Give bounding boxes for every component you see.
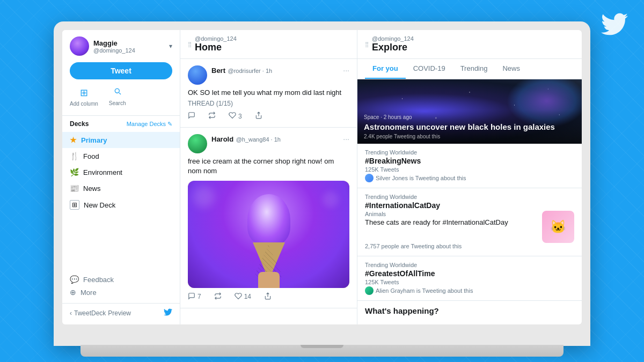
- divider: [62, 115, 180, 116]
- avatar: [70, 36, 89, 56]
- deck-item-environment[interactable]: 🌿 Environment: [62, 164, 180, 180]
- user-name: Maggie: [93, 39, 135, 47]
- user-profile[interactable]: Maggie @domingo_124: [70, 36, 135, 56]
- tweet-header-harold: Harold @h_wang84 · 1h ···: [188, 134, 349, 153]
- decks-title: Decks: [70, 120, 89, 128]
- edit-icon: ✎: [167, 121, 172, 128]
- add-column-button[interactable]: ⊞ Add column: [70, 87, 98, 107]
- home-column-account: @domingo_124: [195, 35, 237, 42]
- tweet-text-harold: free ice cream at the corner shop right …: [188, 157, 349, 176]
- trending-label-1: Trending Worldwide: [365, 149, 574, 156]
- trending-item-goat[interactable]: Trending Worldwide #GreatestOfAllTime 12…: [357, 256, 582, 301]
- home-column-title: Home: [195, 42, 237, 53]
- more-icon: ⊕: [70, 288, 76, 297]
- trending-card-cat: Animals These cats are ready for #Intern…: [365, 211, 574, 243]
- explore-tabs: For you COVID-19 Trending News: [357, 59, 582, 79]
- trending-count-2: 2,757 people are Tweeting about this: [365, 243, 574, 249]
- tweet-text-bert: OK SO let me tell you what my mom did la…: [188, 88, 349, 98]
- twitter-bird-watermark: [601, 11, 628, 43]
- tweet-more-icon-2[interactable]: ···: [343, 135, 349, 143]
- ice-cream-image: [188, 181, 349, 288]
- tweet-avatar-harold: [188, 134, 207, 153]
- feedback-button[interactable]: 💬 Feedback: [70, 275, 172, 284]
- whats-happening: What's happening?: [357, 301, 582, 321]
- retweet-icon-2: [214, 292, 222, 301]
- user-handle: @domingo_124: [93, 47, 135, 54]
- laptop-screen: Maggie @domingo_124 ▾ Tweet ⊞ Add column: [62, 30, 582, 324]
- trending-person-3: Alien Grayham is Tweeting about this: [365, 286, 574, 295]
- search-button[interactable]: Search: [109, 87, 126, 107]
- person-avatar-tiny-3: [365, 286, 374, 295]
- share-button[interactable]: [255, 112, 262, 121]
- sidebar-footer: 💬 Feedback ⊕ More: [62, 269, 180, 303]
- reply-button-2[interactable]: 7: [188, 292, 201, 301]
- decks-header: Decks Manage Decks ✎: [62, 120, 180, 132]
- person-avatar-tiny-1: [365, 174, 374, 182]
- reply-icon: [188, 112, 195, 121]
- trending-hashtag-1: #BreakingNews: [365, 157, 574, 165]
- home-column: ⣿ @domingo_124 Home: [180, 30, 357, 324]
- tweet-button[interactable]: Tweet: [70, 62, 172, 79]
- column-drag-handle: ⣿: [188, 41, 192, 47]
- tab-for-you[interactable]: For you: [365, 59, 406, 79]
- tweet-name-bert: Bert: [211, 67, 225, 75]
- tweet-thread-label: THREAD (1/15): [188, 100, 349, 107]
- tweet-handle-harold: @h_wang84 · 1h: [236, 136, 281, 143]
- trending-label-3: Trending Worldwide: [365, 262, 574, 268]
- trending-item-cat-day[interactable]: Trending Worldwide #InternationalCatDay …: [357, 188, 582, 256]
- chevron-down-icon: ▾: [169, 42, 172, 50]
- add-column-label: Add column: [70, 101, 98, 107]
- home-column-header: ⣿ @domingo_124 Home: [180, 30, 357, 59]
- trending-count-3: 125K Tweets: [365, 279, 574, 285]
- trending-item-breaking-news[interactable]: Trending Worldwide #BreakingNews 125K Tw…: [357, 144, 582, 188]
- tab-news[interactable]: News: [495, 59, 528, 79]
- chevron-left-icon: ‹: [70, 309, 72, 317]
- like-icon: [229, 112, 236, 121]
- food-icon: 🍴: [70, 152, 79, 160]
- share-icon: [255, 112, 262, 121]
- trending-card-label: Animals: [365, 211, 538, 217]
- hero-meta: 2.4K people Tweeting about this: [364, 134, 575, 139]
- share-icon-2: [264, 292, 272, 301]
- sidebar: Maggie @domingo_124 ▾ Tweet ⊞ Add column: [62, 30, 180, 324]
- trending-hashtag-3: #GreatestOfAllTime: [365, 269, 574, 278]
- more-button[interactable]: ⊕ More: [70, 288, 172, 297]
- share-button-2[interactable]: [264, 292, 272, 301]
- search-label: Search: [109, 100, 126, 106]
- tab-trending[interactable]: Trending: [453, 59, 495, 79]
- tweet-name-harold: Harold: [211, 135, 233, 143]
- retweet-button[interactable]: [208, 112, 216, 121]
- explore-column-title: Explore: [372, 42, 414, 53]
- like-button-2[interactable]: 14: [235, 292, 251, 301]
- tweet-actions-harold: 7 14: [188, 292, 349, 301]
- like-button[interactable]: 3: [229, 112, 242, 121]
- tweetdeck-app: Maggie @domingo_124 ▾ Tweet ⊞ Add column: [62, 30, 582, 324]
- retweet-icon: [208, 112, 216, 121]
- laptop-base: [80, 345, 564, 357]
- hero-news-card[interactable]: Space · 2 hours ago Astronomers uncover …: [357, 79, 582, 144]
- add-deck-icon: ⊞: [70, 200, 79, 210]
- tab-covid19[interactable]: COVID-19: [406, 59, 453, 79]
- environment-icon: 🌿: [70, 168, 79, 176]
- trending-label-2: Trending Worldwide: [365, 194, 574, 200]
- deck-item-new[interactable]: ⊞ New Deck: [62, 196, 180, 213]
- trending-hashtag-2: #InternationalCatDay: [365, 201, 574, 210]
- manage-decks-button[interactable]: Manage Decks ✎: [127, 121, 172, 128]
- news-icon: 📰: [70, 184, 79, 193]
- star-icon: ★: [70, 136, 77, 144]
- deck-item-news[interactable]: 📰 News: [62, 180, 180, 196]
- user-info: Maggie @domingo_124: [93, 39, 135, 54]
- tweet-more-icon[interactable]: ···: [343, 66, 349, 75]
- search-icon: [113, 87, 122, 98]
- tweet-meta-harold: Harold @h_wang84 · 1h ···: [211, 134, 349, 144]
- twitter-bird-small-icon: [164, 308, 172, 318]
- sidebar-bottom: ‹ TweetDeck Preview: [62, 303, 180, 318]
- deck-item-food[interactable]: 🍴 Food: [62, 148, 180, 164]
- like-icon-2: [235, 292, 242, 301]
- deck-item-primary[interactable]: ★ Primary: [62, 132, 180, 148]
- reply-button[interactable]: [188, 112, 195, 121]
- retweet-button-2[interactable]: [214, 292, 222, 301]
- reply-icon-2: [188, 292, 195, 301]
- trending-person-1: Silver Jones is Tweeting about this: [365, 174, 574, 182]
- tweet-actions-bert: 3: [188, 112, 349, 121]
